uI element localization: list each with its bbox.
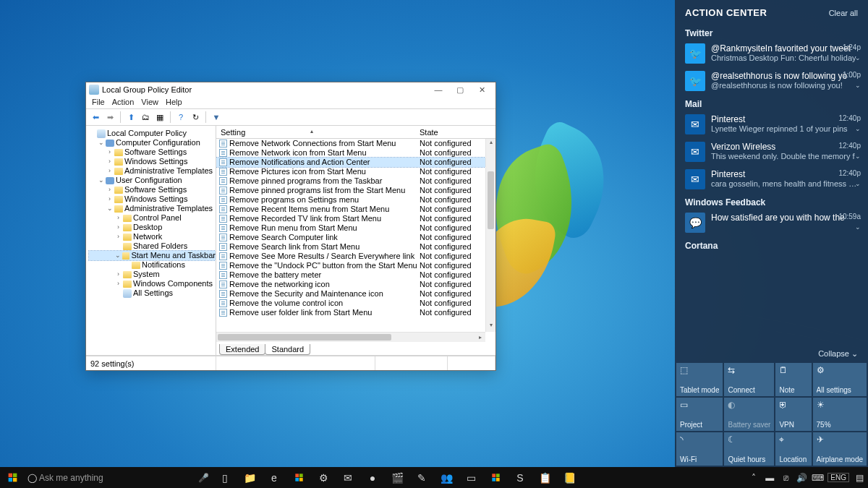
- expand-icon[interactable]: ⌄: [106, 204, 113, 213]
- policy-row[interactable]: Remove the Security and Maintenance icon…: [216, 289, 495, 299]
- policy-row[interactable]: Remove Recorded TV link from Start MenuN…: [216, 214, 495, 223]
- volume-icon[interactable]: 🔊: [796, 473, 807, 483]
- policy-tree[interactable]: Local Computer Policy⌄Computer Configura…: [86, 126, 216, 355]
- back-button[interactable]: ⬅: [89, 111, 102, 124]
- tree-node[interactable]: ⌄Administrative Templates: [89, 204, 216, 213]
- scroll-right-icon[interactable]: ▸: [475, 333, 485, 342]
- filter-button[interactable]: ▼: [210, 111, 223, 124]
- show-hide-tree-button[interactable]: 🗂: [139, 111, 152, 124]
- taskbar-app-7[interactable]: 🎬: [385, 467, 409, 488]
- taskbar-app-3[interactable]: [286, 467, 311, 488]
- menu-action[interactable]: Action: [112, 98, 135, 106]
- vertical-scrollbar[interactable]: ▴ ▾: [485, 139, 495, 332]
- tree-node[interactable]: ⌄User Configuration: [89, 176, 216, 185]
- quick-action-location[interactable]: ⌖Location: [775, 432, 811, 466]
- forward-button[interactable]: ➡: [103, 111, 116, 124]
- tree-node[interactable]: ›Software Settings: [89, 147, 216, 157]
- tray-overflow-icon[interactable]: ˄: [748, 473, 760, 483]
- expand-icon[interactable]: ⌄: [98, 138, 104, 147]
- quick-action-airplane-mode[interactable]: ✈Airplane mode: [813, 432, 867, 466]
- expand-icon[interactable]: ›: [106, 147, 113, 157]
- up-button[interactable]: ⬆: [124, 111, 137, 124]
- quick-action-tablet-mode[interactable]: ⬚Tablet mode: [676, 363, 723, 396]
- expand-icon[interactable]: ›: [115, 213, 122, 223]
- close-button[interactable]: ✕: [471, 83, 493, 96]
- tree-node[interactable]: ›Windows Settings: [89, 157, 216, 166]
- quick-action-all-settings[interactable]: ⚙All settings: [813, 363, 867, 396]
- policy-row[interactable]: Remove Network icon from Start MenuNot c…: [216, 148, 495, 158]
- notification-item[interactable]: 🐦@RankmysiteIn favorited your tweetChris…: [675, 40, 868, 67]
- policy-row[interactable]: Remove pinned programs from the TaskbarN…: [216, 176, 495, 186]
- taskbar-app-13[interactable]: 📋: [532, 467, 557, 488]
- tree-node[interactable]: All Settings: [89, 288, 216, 298]
- expand-icon[interactable]: ›: [106, 185, 113, 194]
- notification-group-header[interactable]: Windows Feedback: [675, 193, 868, 209]
- scroll-down-icon[interactable]: ▾: [486, 322, 495, 332]
- keyboard-icon[interactable]: ⌨: [812, 473, 823, 483]
- quick-action-vpn[interactable]: ⛨VPN: [775, 398, 811, 431]
- tab-standard[interactable]: Standard: [265, 344, 310, 355]
- tree-node[interactable]: Notifications: [89, 260, 216, 270]
- tree-node[interactable]: ›Windows Components: [89, 279, 216, 288]
- expand-icon[interactable]: ›: [115, 270, 122, 279]
- titlebar[interactable]: Local Group Policy Editor — ▢ ✕: [86, 82, 495, 95]
- taskbar-app-5[interactable]: ✉: [336, 467, 360, 488]
- list-header[interactable]: Setting ▴ State: [216, 126, 495, 139]
- col-setting[interactable]: Setting: [216, 128, 420, 137]
- policy-row[interactable]: Remove the volume control iconNot config…: [216, 299, 495, 308]
- refresh-button[interactable]: ↻: [189, 111, 202, 124]
- quick-action-project[interactable]: ▭Project: [676, 398, 723, 431]
- quick-action-connect[interactable]: ⇆Connect: [724, 363, 774, 396]
- policy-row[interactable]: Remove Search Computer linkNot configure…: [216, 233, 495, 242]
- chevron-down-icon[interactable]: ⌄: [855, 54, 861, 61]
- collapse-button[interactable]: Collapse ⌄: [675, 346, 868, 361]
- tree-node[interactable]: Local Computer Policy: [89, 129, 216, 138]
- taskbar-app-11[interactable]: [483, 467, 508, 488]
- taskbar-app-4[interactable]: ⚙: [311, 467, 336, 488]
- expand-icon[interactable]: ›: [106, 194, 113, 204]
- chevron-down-icon[interactable]: ⌄: [855, 180, 861, 187]
- chevron-down-icon[interactable]: ⌄: [855, 125, 861, 132]
- notification-item[interactable]: 💬How satisfied are you with how the10:59…: [675, 209, 868, 236]
- policy-row[interactable]: Remove the networking iconNot configured: [216, 280, 495, 289]
- cortana-search[interactable]: ◯ Ask me anything 🎤: [25, 467, 213, 488]
- policy-row[interactable]: Remove the "Undock PC" button from the S…: [216, 261, 495, 270]
- taskbar-app-9[interactable]: 👥: [434, 467, 459, 488]
- policy-row[interactable]: Remove the battery meterNot configured: [216, 270, 495, 280]
- expand-icon[interactable]: ›: [106, 166, 113, 176]
- expand-icon[interactable]: ›: [115, 232, 122, 241]
- tree-node[interactable]: ›Desktop: [89, 223, 216, 232]
- menu-help[interactable]: Help: [166, 98, 182, 106]
- clear-all-button[interactable]: Clear all: [829, 9, 858, 17]
- policy-row[interactable]: Remove Network Connections from Start Me…: [216, 139, 495, 148]
- quick-action-battery-saver[interactable]: ◐Battery saver: [724, 398, 774, 431]
- policy-row[interactable]: Remove user folder link from Start MenuN…: [216, 308, 495, 317]
- language-indicator[interactable]: ENG: [827, 473, 849, 482]
- policy-row[interactable]: Remove Run menu from Start MenuNot confi…: [216, 223, 495, 233]
- tree-node[interactable]: ›Windows Settings: [89, 194, 216, 204]
- tree-node[interactable]: ›Control Panel: [89, 213, 216, 223]
- chevron-down-icon[interactable]: ⌄: [855, 223, 861, 231]
- scroll-thumb[interactable]: [488, 171, 494, 229]
- tab-extended[interactable]: Extended: [219, 344, 265, 355]
- notification-group-header[interactable]: Twitter: [675, 24, 868, 40]
- notification-item[interactable]: ✉Verizon WirelessThis weekend only. Doub…: [675, 138, 868, 166]
- taskbar-app-0[interactable]: ▯: [213, 467, 237, 488]
- export-list-button[interactable]: ▦: [153, 111, 166, 124]
- taskbar-app-12[interactable]: S: [508, 467, 532, 488]
- expand-icon[interactable]: ⌄: [98, 176, 104, 185]
- help-button[interactable]: ?: [174, 111, 187, 124]
- tree-node[interactable]: ›Software Settings: [89, 185, 216, 194]
- expand-icon[interactable]: ›: [106, 157, 113, 166]
- quick-action-quiet-hours[interactable]: ☾Quiet hours: [724, 432, 774, 466]
- policy-row[interactable]: Remove Recent Items menu from Start Menu…: [216, 205, 495, 214]
- policy-row[interactable]: Remove pinned programs list from the Sta…: [216, 186, 495, 195]
- notification-item[interactable]: 🐦@realsethhorus is now following yo@real…: [675, 67, 868, 95]
- scroll-up-icon[interactable]: ▴: [486, 139, 495, 149]
- menu-file[interactable]: File: [92, 98, 105, 106]
- action-center-icon[interactable]: ▤: [854, 473, 865, 483]
- taskbar-app-2[interactable]: e: [262, 467, 286, 488]
- policy-row[interactable]: Remove See More Results / Search Everywh…: [216, 252, 495, 261]
- taskbar-app-6[interactable]: ●: [360, 467, 385, 488]
- expand-icon[interactable]: ›: [115, 223, 122, 232]
